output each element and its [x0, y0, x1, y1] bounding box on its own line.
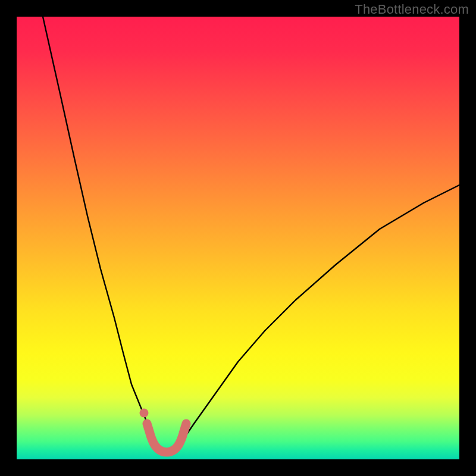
chart-frame: TheBottleneck.com — [0, 0, 476, 476]
optimal-range-marker — [147, 424, 186, 452]
chart-plot-area — [17, 17, 459, 459]
watermark-text: TheBottleneck.com — [355, 2, 469, 17]
optimal-range-marker-dot — [140, 409, 149, 418]
bottleneck-curve — [43, 17, 459, 453]
chart-svg-layer — [17, 17, 459, 459]
